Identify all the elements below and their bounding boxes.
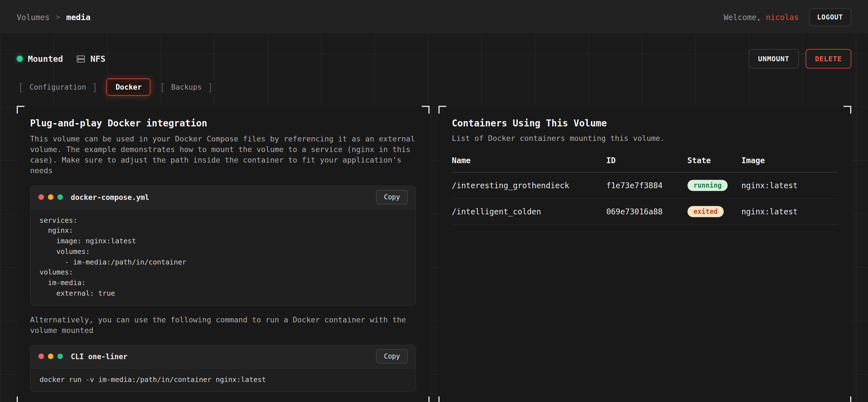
compose-code: services: nginx: image: nginx:latest vol… <box>31 209 415 305</box>
panels: Plug-and-play Docker integration This vo… <box>17 106 851 402</box>
table-header-row: Name ID State Image <box>452 156 838 172</box>
container-image: nginx:latest <box>741 172 838 199</box>
delete-button[interactable]: DELETE <box>806 49 851 68</box>
docker-integration-panel: Plug-and-play Docker integration This vo… <box>17 106 430 402</box>
panel-corner <box>843 106 851 113</box>
tab-backups[interactable]: Backups <box>158 78 215 96</box>
tab-docker[interactable]: Docker <box>107 78 151 96</box>
containers-table: Name ID State Image /interesting_grothen… <box>452 156 838 225</box>
panel-corner <box>17 106 25 113</box>
panel-corner <box>422 106 430 113</box>
driver-status: NFS <box>76 54 105 64</box>
mounted-label: Mounted <box>28 54 63 64</box>
status-badge: exited <box>687 206 724 217</box>
server-icon <box>76 54 85 63</box>
breadcrumb-volumes-link[interactable]: Volumes <box>17 12 50 22</box>
breadcrumb-current-volume: media <box>66 12 91 22</box>
breadcrumb: Volumes > media <box>17 12 91 22</box>
cli-copy-button[interactable]: Copy <box>376 349 408 364</box>
window-dots <box>38 194 63 200</box>
column-header-id: ID <box>606 156 687 172</box>
column-header-name: Name <box>452 156 606 172</box>
container-id: f1e73e7f3884 <box>606 172 687 199</box>
cli-code-card: CLI one-liner Copy docker run -v im-medi… <box>30 345 416 392</box>
table-row: /intelligent_colden 069e73016a88 exited … <box>452 199 838 225</box>
container-image: nginx:latest <box>741 199 838 225</box>
container-name: /interesting_grothendieck <box>452 172 606 199</box>
window-dot-green-icon <box>57 354 63 359</box>
status-row: Mounted NFS UNMOUNT DELET <box>17 49 851 68</box>
window-dot-yellow-icon <box>48 354 54 359</box>
panel-corner <box>17 396 25 402</box>
window-dot-red-icon <box>38 194 44 200</box>
column-header-state: State <box>687 156 741 172</box>
containers-panel: Containers Using This Volume List of Doc… <box>438 106 851 402</box>
username: nicolas <box>766 12 799 22</box>
main-content: Mounted NFS UNMOUNT DELET <box>0 49 868 402</box>
docker-panel-description: This volume can be used in your Docker C… <box>30 134 416 176</box>
panel-corner <box>438 396 446 402</box>
tab-configuration[interactable]: Configuration <box>17 78 99 96</box>
page: Volumes > media Welcome, nicolas LOGOUT … <box>0 0 868 402</box>
panel-corner <box>438 106 446 113</box>
logout-button[interactable]: LOGOUT <box>809 8 851 26</box>
window-dot-red-icon <box>38 354 44 359</box>
container-name: /intelligent_colden <box>452 199 606 225</box>
compose-copy-button[interactable]: Copy <box>376 190 408 204</box>
status-badge: running <box>687 180 727 191</box>
containers-panel-subtitle: List of Docker containers mounting this … <box>452 134 838 142</box>
panel-corner <box>843 396 851 402</box>
cli-code: docker run -v im-media:/path/in/containe… <box>31 369 415 392</box>
welcome-text: Welcome, nicolas <box>724 12 799 22</box>
container-id: 069e73016a88 <box>606 199 687 225</box>
chevron-right-icon: > <box>56 13 60 21</box>
containers-panel-title: Containers Using This Volume <box>452 118 838 129</box>
column-header-image: Image <box>741 156 838 172</box>
compose-code-card: docker-compose.yml Copy services: nginx:… <box>30 185 416 305</box>
cli-code-header: CLI one-liner Copy <box>31 345 415 369</box>
volume-status: Mounted NFS <box>17 54 105 64</box>
top-bar: Volumes > media Welcome, nicolas LOGOUT <box>0 0 868 35</box>
window-dot-yellow-icon <box>48 194 54 200</box>
cli-filename: CLI one-liner <box>71 353 128 361</box>
docker-panel-title: Plug-and-play Docker integration <box>30 118 416 129</box>
tab-bar: Configuration Docker Backups <box>17 78 851 96</box>
volume-actions: UNMOUNT DELETE <box>748 49 851 68</box>
window-dots <box>38 354 63 359</box>
header-right: Welcome, nicolas LOGOUT <box>724 8 851 26</box>
table-row: /interesting_grothendieck f1e73e7f3884 r… <box>452 172 838 199</box>
window-dot-green-icon <box>57 194 63 200</box>
unmount-button[interactable]: UNMOUNT <box>748 49 799 68</box>
panel-corner <box>422 396 430 402</box>
compose-code-header: docker-compose.yml Copy <box>31 186 415 209</box>
cli-intro-text: Alternatively, you can use the following… <box>30 314 416 336</box>
mounted-status: Mounted <box>17 54 63 64</box>
mounted-status-dot <box>17 56 23 62</box>
welcome-prefix: Welcome, <box>724 12 761 22</box>
driver-label: NFS <box>90 54 105 64</box>
compose-filename: docker-compose.yml <box>71 193 149 201</box>
